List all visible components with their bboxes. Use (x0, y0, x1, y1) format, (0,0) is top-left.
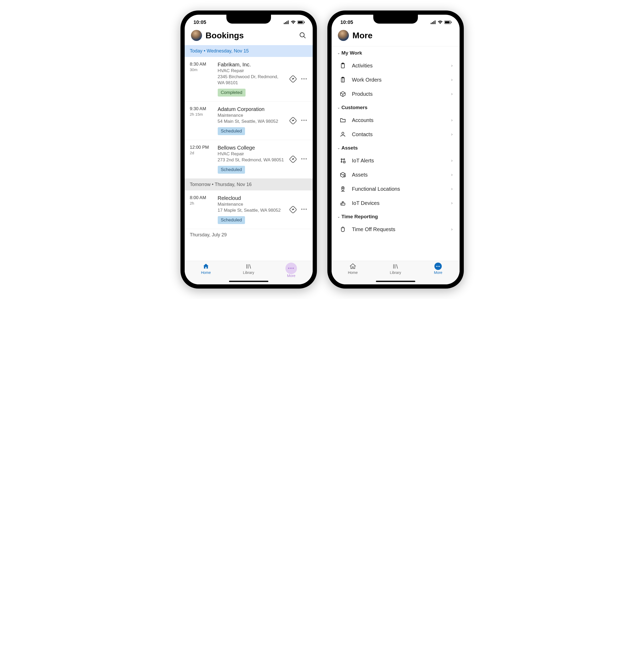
more-icon: ••• (285, 263, 297, 274)
menu-item[interactable]: Time Off Requests› (331, 222, 460, 236)
booking-type: Maintenance (218, 202, 284, 207)
clipboard-icon (340, 62, 346, 69)
directions-icon[interactable] (289, 155, 297, 163)
tab-label: More (287, 274, 295, 278)
menu-item-label: Contacts (352, 131, 445, 137)
svg-point-32 (344, 159, 345, 160)
menu-item-label: Products (352, 91, 445, 97)
svg-point-30 (342, 132, 344, 134)
bookings-list[interactable]: Today • Wednesday, Nov 158:30 AM30mFabri… (185, 45, 313, 261)
menu-item-label: Work Orders (352, 77, 445, 83)
more-actions-icon[interactable]: ••• (301, 76, 307, 82)
palm-icon (340, 226, 346, 233)
section-header[interactable]: ⌄Assets (331, 141, 460, 154)
avatar[interactable] (191, 30, 202, 41)
status-badge: Scheduled (218, 127, 245, 135)
svg-rect-1 (285, 22, 286, 24)
home-icon (203, 263, 209, 270)
svg-point-41 (342, 204, 342, 204)
booking-row[interactable]: 12:00 PM2dBellows CollegeHVAC Repair273 … (185, 140, 313, 179)
status-indicators (284, 20, 305, 24)
home-indicator[interactable] (229, 281, 268, 282)
tab-more[interactable]: ••• More (270, 263, 313, 285)
more-actions-icon[interactable]: ••• (301, 207, 307, 212)
svg-rect-5 (298, 21, 303, 23)
section-header[interactable]: ⌄Customers (331, 101, 460, 113)
menu-item[interactable]: Assets› (331, 167, 460, 182)
booking-company: Adatum Corporation (218, 106, 284, 112)
svg-rect-16 (431, 23, 432, 24)
svg-rect-21 (445, 21, 450, 23)
tab-more[interactable]: ••• More (417, 263, 460, 285)
chevron-right-icon: › (451, 63, 453, 68)
avatar[interactable] (338, 30, 349, 41)
menu-item-label: Time Off Requests (352, 226, 445, 232)
section-title: Time Reporting (342, 214, 378, 220)
home-icon (349, 263, 356, 270)
battery-icon (297, 20, 305, 24)
booking-actions: ••• (289, 206, 307, 213)
clipboard-alert-icon (340, 76, 346, 83)
tab-home[interactable]: Home (185, 263, 227, 285)
more-actions-icon[interactable]: ••• (301, 156, 307, 162)
menu-item[interactable]: Accounts› (331, 113, 460, 127)
box-tag-icon (340, 171, 346, 178)
folder-icon (340, 117, 346, 123)
booking-details: Fabrikam, Inc.HVAC Repair2345 Birchwood … (218, 62, 284, 96)
booking-row[interactable]: 8:00 AM2hRelecloudMaintenance17 Maple St… (185, 190, 313, 229)
section-header[interactable]: ⌄My Work (331, 46, 460, 59)
location-pin-icon (340, 185, 346, 192)
directions-icon[interactable] (289, 75, 297, 83)
booking-type: HVAC Repair (218, 151, 284, 157)
tab-home[interactable]: Home (331, 263, 374, 285)
menu-item[interactable]: IoT Alerts› (331, 154, 460, 167)
tab-label: Library (390, 270, 401, 275)
booking-time: 12:00 PM2d (190, 145, 213, 155)
booking-start: 9:30 AM (190, 106, 213, 112)
phone-bookings: 10:05 Bookings Today • Wednesday, Nov 15… (181, 10, 317, 289)
menu-item-label: IoT Alerts (352, 158, 445, 164)
menu-item[interactable]: Contacts› (331, 127, 460, 141)
section-title: My Work (342, 50, 362, 56)
booking-row[interactable]: 8:30 AM30mFabrikam, Inc.HVAC Repair2345 … (185, 57, 313, 102)
wifi-device-icon (340, 200, 346, 206)
tab-label: Home (348, 270, 358, 275)
status-time: 10:05 (193, 19, 206, 25)
chevron-right-icon: › (451, 117, 453, 123)
phone-more: 10:05 More ⌄My WorkActivities›Work Order… (327, 10, 464, 289)
status-badge: Completed (218, 89, 246, 96)
search-icon[interactable] (299, 32, 306, 39)
menu-item[interactable]: Functional Locations› (331, 182, 460, 196)
more-actions-icon[interactable]: ••• (301, 118, 307, 123)
svg-point-33 (341, 161, 342, 162)
directions-icon[interactable] (289, 206, 297, 213)
day-header-today: Today • Wednesday, Nov 15 (185, 45, 313, 57)
section-title: Customers (342, 105, 368, 110)
booking-start: 12:00 PM (190, 145, 213, 150)
menu-item[interactable]: Work Orders› (331, 73, 460, 87)
wifi-icon (438, 20, 443, 24)
screen-more: 10:05 More ⌄My WorkActivities›Work Order… (331, 15, 460, 285)
home-indicator[interactable] (376, 281, 415, 282)
section-header[interactable]: ⌄Time Reporting (331, 210, 460, 222)
menu-item[interactable]: IoT Devices› (331, 196, 460, 210)
directions-icon[interactable] (289, 117, 297, 125)
header-more: More (331, 28, 460, 45)
more-list[interactable]: ⌄My WorkActivities›Work Orders›Products›… (331, 45, 460, 261)
menu-item[interactable]: Activities› (331, 59, 460, 73)
tabbar: Home Library ••• More (331, 261, 460, 285)
booking-row[interactable]: 9:30 AM2h 15mAdatum CorporationMaintenan… (185, 102, 313, 140)
box-icon (340, 91, 346, 97)
booking-start: 8:00 AM (190, 195, 213, 200)
notch (373, 15, 418, 24)
svg-rect-2 (286, 21, 287, 24)
chevron-down-icon: ⌄ (337, 106, 340, 109)
booking-company: Bellows College (218, 145, 284, 151)
booking-duration: 2h 15m (190, 112, 213, 116)
iot-alert-icon (340, 157, 346, 164)
booking-address: 273 2nd St, Redmond, WA 98051 (218, 157, 284, 163)
booking-company: Relecloud (218, 195, 284, 201)
status-badge: Scheduled (218, 166, 245, 174)
booking-actions: ••• (289, 155, 307, 163)
menu-item[interactable]: Products› (331, 87, 460, 101)
